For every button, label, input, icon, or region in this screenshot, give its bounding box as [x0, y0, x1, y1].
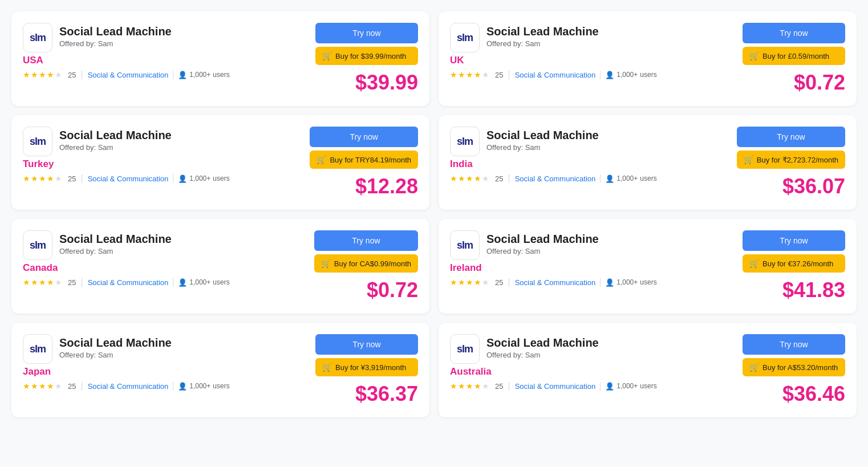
users-count-usa: 1,000+	[189, 71, 210, 79]
star-filled: ★	[23, 381, 30, 391]
card-left-japan: slm Social Lead Machine Offered by: Sam …	[23, 334, 309, 391]
slm-logo-text: slm	[30, 32, 46, 44]
try-now-button-india[interactable]: Try now	[737, 127, 845, 147]
slm-logo: slm	[23, 23, 52, 52]
star-half: ★	[474, 70, 481, 79]
users-label-canada: users	[213, 278, 229, 286]
country-label-canada: Canada	[23, 262, 307, 274]
star-half: ★	[47, 174, 54, 183]
user-icon-turkey: 👤	[178, 174, 187, 183]
buy-button-uk[interactable]: 🛒 Buy for £0.59/month	[743, 47, 845, 65]
buy-button-ireland[interactable]: 🛒 Buy for €37.26/month	[743, 254, 845, 273]
try-now-button-australia[interactable]: Try now	[743, 334, 845, 355]
price-japan: $36.37	[355, 382, 418, 406]
card-header-usa: slm Social Lead Machine Offered by: Sam	[23, 23, 309, 52]
star-filled: ★	[39, 278, 46, 287]
card-uk: slm Social Lead Machine Offered by: Sam …	[439, 11, 857, 106]
try-now-button-japan[interactable]: Try now	[315, 334, 418, 355]
category-link-uk[interactable]: Social & Communication	[515, 71, 596, 79]
star-filled: ★	[458, 174, 465, 183]
slm-logo: slm	[450, 230, 480, 260]
card-header-canada: slm Social Lead Machine Offered by: Sam	[23, 230, 307, 260]
star-filled: ★	[23, 278, 30, 287]
card-header-turkey: slm Social Lead Machine Offered by: Sam	[23, 127, 303, 156]
users-count-ireland: 1,000+	[616, 278, 638, 286]
users-count-uk: 1,000+	[616, 71, 638, 79]
card-turkey: slm Social Lead Machine Offered by: Sam …	[11, 115, 429, 210]
star-half: ★	[474, 381, 481, 391]
try-now-button-usa[interactable]: Try now	[315, 23, 418, 43]
buy-button-india[interactable]: 🛒 Buy for ₹2,723.72/month	[737, 151, 845, 169]
star-empty: ★	[482, 70, 489, 79]
card-right-japan: Try now 🛒 Buy for ¥3,919/month $36.37	[315, 334, 418, 406]
offered-by-canada: Offered by: Sam	[59, 247, 172, 255]
card-japan: slm Social Lead Machine Offered by: Sam …	[11, 323, 429, 417]
category-link-ireland[interactable]: Social & Communication	[515, 278, 596, 287]
users-label-usa: users	[213, 71, 229, 79]
star-half: ★	[474, 174, 481, 183]
price-ireland: $41.83	[782, 278, 845, 302]
try-now-button-ireland[interactable]: Try now	[743, 230, 845, 251]
try-now-button-turkey[interactable]: Try now	[310, 127, 418, 147]
offered-by-japan: Offered by: Sam	[59, 351, 172, 359]
buy-label-canada: Buy for CA$0.99/month	[334, 259, 411, 268]
meta-row-canada: ★★★★★ 25 | Social & Communication 👤 1,00…	[23, 277, 307, 287]
app-info-usa: Social Lead Machine Offered by: Sam	[59, 25, 172, 50]
buy-button-australia[interactable]: 🛒 Buy for A$53.20/month	[743, 358, 845, 376]
card-usa: slm Social Lead Machine Offered by: Sam …	[11, 11, 429, 106]
star-filled: ★	[458, 70, 465, 79]
star-filled: ★	[450, 278, 457, 287]
country-label-usa: USA	[23, 55, 309, 66]
users-label-japan: users	[213, 382, 229, 390]
star-filled: ★	[39, 174, 46, 183]
star-filled: ★	[458, 278, 465, 287]
card-right-turkey: Try now 🛒 Buy for TRY84.19/month $12.28	[310, 127, 418, 198]
card-right-uk: Try now 🛒 Buy for £0.59/month $0.72	[743, 23, 845, 95]
users-count-turkey: 1,000+	[189, 174, 210, 182]
meta-row-japan: ★★★★★ 25 | Social & Communication 👤 1,00…	[23, 381, 309, 391]
buy-button-japan[interactable]: 🛒 Buy for ¥3,919/month	[315, 358, 418, 376]
users-count-australia: 1,000+	[616, 382, 638, 390]
card-left-usa: slm Social Lead Machine Offered by: Sam …	[23, 23, 309, 80]
category-link-usa[interactable]: Social & Communication	[88, 71, 169, 79]
try-now-button-canada[interactable]: Try now	[314, 230, 418, 251]
price-usa: $39.99	[355, 71, 418, 95]
category-link-turkey[interactable]: Social & Communication	[88, 174, 169, 183]
card-left-uk: slm Social Lead Machine Offered by: Sam …	[450, 23, 736, 80]
buy-button-canada[interactable]: 🛒 Buy for CA$0.99/month	[314, 254, 418, 273]
user-icon-canada: 👤	[178, 278, 187, 287]
star-empty: ★	[55, 381, 62, 391]
users-info-japan: 👤 1,000+ users	[173, 382, 229, 391]
cart-icon-australia: 🛒	[749, 363, 759, 372]
divider-india: |	[508, 173, 510, 184]
category-link-canada[interactable]: Social & Communication	[88, 278, 169, 287]
star-filled: ★	[39, 381, 46, 391]
star-filled: ★	[466, 70, 473, 79]
category-link-australia[interactable]: Social & Communication	[515, 382, 596, 391]
category-link-japan[interactable]: Social & Communication	[88, 382, 169, 391]
star-filled: ★	[31, 278, 38, 287]
slm-logo-text: slm	[457, 343, 473, 355]
buy-label-turkey: Buy for TRY84.19/month	[330, 156, 411, 164]
star-empty: ★	[55, 70, 62, 79]
card-right-canada: Try now 🛒 Buy for CA$0.99/month $0.72	[314, 230, 418, 302]
slm-logo-text: slm	[30, 239, 46, 251]
try-now-button-uk[interactable]: Try now	[743, 23, 845, 43]
app-title-australia: Social Lead Machine	[486, 336, 599, 350]
star-filled: ★	[39, 70, 46, 79]
slm-logo: slm	[23, 127, 52, 156]
buy-button-usa[interactable]: 🛒 Buy for $39.99/month	[315, 47, 418, 65]
star-empty: ★	[55, 278, 62, 287]
user-icon-japan: 👤	[178, 382, 187, 391]
star-empty: ★	[482, 174, 489, 183]
price-india: $36.07	[782, 174, 845, 198]
buy-button-turkey[interactable]: 🛒 Buy for TRY84.19/month	[310, 151, 418, 169]
category-link-india[interactable]: Social & Communication	[515, 174, 596, 183]
country-label-japan: Japan	[23, 366, 309, 377]
star-filled: ★	[458, 381, 465, 391]
star-half: ★	[47, 70, 54, 79]
divider-australia: |	[508, 381, 510, 391]
price-canada: $0.72	[367, 278, 418, 302]
slm-logo: slm	[23, 334, 52, 364]
card-right-usa: Try now 🛒 Buy for $39.99/month $39.99	[315, 23, 418, 95]
